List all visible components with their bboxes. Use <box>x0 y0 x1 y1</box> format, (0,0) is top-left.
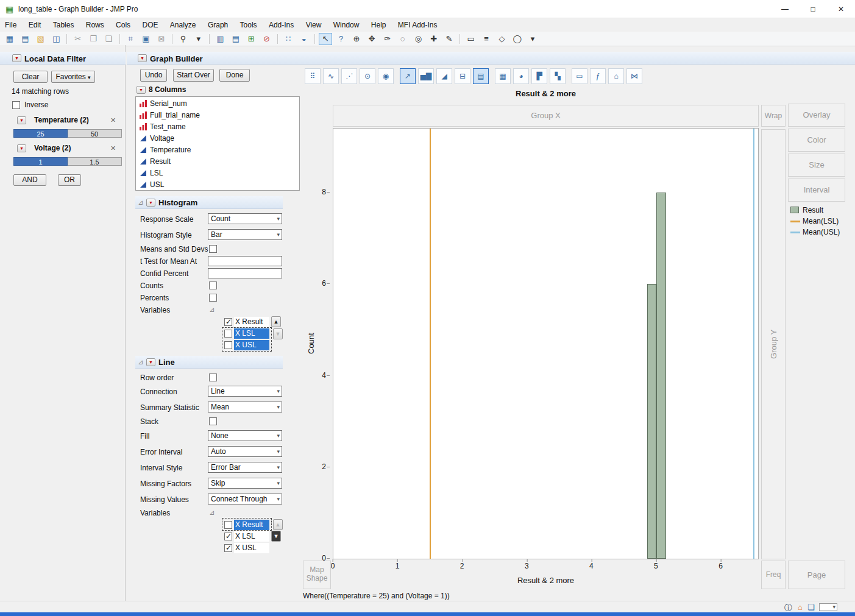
annotation-caret-icon[interactable]: ▾ <box>526 33 539 45</box>
line-var-result-checkbox[interactable] <box>224 521 232 529</box>
caption-tool-icon[interactable]: ▭ <box>464 33 478 45</box>
temperature-level-other[interactable]: 50 <box>68 129 122 138</box>
histogram-var-result-checkbox[interactable] <box>224 318 232 326</box>
oval-annotation-icon[interactable]: ◯ <box>511 33 524 45</box>
column-item[interactable]: USL <box>137 179 295 191</box>
open-icon[interactable]: ▧ <box>34 33 48 45</box>
size-drop-zone[interactable]: Size <box>788 154 845 177</box>
voltage-level-other[interactable]: 1.5 <box>68 157 122 166</box>
disclosure-icon[interactable]: ⊿ <box>209 509 215 517</box>
ellipse-element-icon[interactable]: ⊙ <box>360 68 375 84</box>
missing-factors-select[interactable]: Skip ▾ <box>208 478 282 489</box>
clear-button[interactable]: Clear <box>13 71 48 83</box>
minimize-button[interactable]: — <box>771 0 799 18</box>
home-icon[interactable]: ⌂ <box>798 603 803 612</box>
red-triangle-icon[interactable]: ▼ <box>138 54 147 62</box>
red-triangle-icon[interactable]: ▼ <box>17 144 26 152</box>
add-table-icon[interactable]: ⊞ <box>244 33 258 45</box>
status-dropdown[interactable]: ▾ <box>819 603 837 611</box>
column-item[interactable]: Temperature <box>137 144 295 156</box>
bar-element-icon[interactable]: ▅▇ <box>418 68 434 84</box>
menu-mfi-add-ins[interactable]: MFI Add-Ins <box>393 18 442 32</box>
search-icon[interactable]: ⚲ <box>176 33 190 45</box>
column-item[interactable]: Result <box>137 156 295 168</box>
interval-style-select[interactable]: Error Bar ▾ <box>208 462 282 473</box>
menu-file[interactable]: File <box>0 18 21 32</box>
line-var-usl-label[interactable]: X USL <box>234 543 269 553</box>
red-triangle-icon[interactable]: ▼ <box>137 86 146 94</box>
menu-cols[interactable]: Cols <box>111 18 135 32</box>
histogram-bar[interactable] <box>656 193 666 559</box>
column-item[interactable]: Serial_num <box>137 98 295 110</box>
parallel-element-icon[interactable]: ⋈ <box>626 68 642 84</box>
counts-checkbox[interactable] <box>209 281 217 289</box>
copy-icon[interactable]: ❐ <box>87 33 100 45</box>
temperature-level-selected[interactable]: 25 <box>13 129 68 138</box>
crosshair-tool-icon[interactable]: ⊕ <box>350 33 363 45</box>
x-axis-ticks[interactable]: 0123456 <box>333 560 759 570</box>
line-var-usl-checkbox[interactable] <box>224 544 232 552</box>
heatmap-element-icon[interactable]: ▦ <box>495 68 511 84</box>
mosaic-element-icon[interactable]: ▚ <box>550 68 566 84</box>
menu-view[interactable]: View <box>301 18 327 32</box>
disclosure-icon[interactable]: ⊿ <box>138 358 143 366</box>
error-interval-select[interactable]: Auto ▾ <box>208 446 282 457</box>
done-button[interactable]: Done <box>219 69 250 82</box>
plot-area[interactable] <box>333 128 759 559</box>
points-element-icon[interactable]: ⠿ <box>305 68 321 84</box>
histogram-var-lsl-checkbox[interactable] <box>224 330 232 338</box>
histogram-style-select[interactable]: Bar ▾ <box>208 229 282 240</box>
smoother-element-icon[interactable]: ∿ <box>323 68 339 84</box>
histogram-var-usl-checkbox[interactable] <box>224 341 232 349</box>
missing-values-select[interactable]: Connect Through ▾ <box>208 494 282 504</box>
maximize-button[interactable]: □ <box>799 0 827 18</box>
voltage-level-selected[interactable]: 1 <box>13 157 68 166</box>
line-var-lsl-label[interactable]: X LSL <box>234 531 269 542</box>
menu-analyze[interactable]: Analyze <box>165 18 201 32</box>
line-annotation-icon[interactable]: ≡ <box>480 33 493 45</box>
menu-tables[interactable]: Tables <box>48 18 79 32</box>
brush-tool-icon[interactable]: ✑ <box>381 33 394 45</box>
group-x-drop-zone[interactable]: Group X <box>333 105 759 127</box>
or-button[interactable]: OR <box>58 174 81 186</box>
group-y-drop-zone[interactable]: Group Y <box>761 129 786 559</box>
wrap-drop-zone[interactable]: Wrap <box>761 105 786 127</box>
move-down-button[interactable]: ▼ <box>271 531 281 542</box>
lock-icon[interactable]: ⊠ <box>155 33 168 45</box>
arrow-cursor-icon[interactable]: ↖ <box>319 33 332 45</box>
map-shapes-element-icon[interactable]: ⌂ <box>608 68 624 84</box>
histogram-var-result-label[interactable]: X Result <box>234 317 269 327</box>
contour-element-icon[interactable]: ◉ <box>378 68 394 84</box>
pencil-tool-icon[interactable]: ✎ <box>442 33 456 45</box>
start-over-button[interactable]: Start Over <box>173 69 214 82</box>
polygon-annotation-icon[interactable]: ◇ <box>495 33 508 45</box>
column-item[interactable]: Voltage <box>137 133 295 144</box>
pie-element-icon[interactable]: ◕ <box>513 68 529 84</box>
means-std-devs-checkbox[interactable] <box>209 245 217 253</box>
red-triangle-icon[interactable]: ▼ <box>146 358 155 366</box>
line-element-icon[interactable]: ↗ <box>400 68 416 84</box>
data-table-icon[interactable]: ▥ <box>214 33 227 45</box>
connection-select[interactable]: Line ▾ <box>208 386 282 397</box>
confid-percent-input[interactable] <box>208 268 282 278</box>
t-test-input[interactable] <box>208 256 282 266</box>
histogram-element-icon[interactable]: ▤ <box>473 68 489 84</box>
lasso-tool-icon[interactable]: ◌ <box>396 33 410 45</box>
script-window-icon[interactable]: ⌗ <box>124 33 137 45</box>
summary-statistic-select[interactable]: Mean ▾ <box>208 402 282 412</box>
menu-graph[interactable]: Graph <box>203 18 233 32</box>
close-button[interactable]: ✕ <box>827 0 855 18</box>
stack-checkbox[interactable] <box>209 417 217 425</box>
formula-element-icon[interactable]: ƒ <box>590 68 606 84</box>
magnifier-tool-icon[interactable]: ◎ <box>411 33 425 45</box>
inverse-checkbox[interactable] <box>12 101 20 109</box>
move-up-button[interactable]: ▲ <box>273 519 283 530</box>
response-scale-select[interactable]: Count ▾ <box>208 213 282 224</box>
summary-table-icon[interactable]: ▤ <box>229 33 243 45</box>
red-triangle-icon[interactable]: ▼ <box>12 54 21 62</box>
line-var-result-label[interactable]: X Result <box>234 520 269 530</box>
red-triangle-icon[interactable]: ▼ <box>146 199 155 207</box>
layout-window-icon[interactable]: ▣ <box>139 33 152 45</box>
search-caret-icon[interactable]: ▾ <box>192 33 205 45</box>
favorites-button[interactable]: Favorites ▾ <box>51 71 95 83</box>
